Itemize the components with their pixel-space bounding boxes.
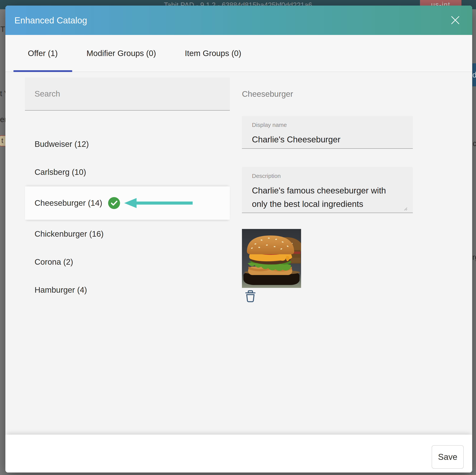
search-field bbox=[25, 77, 230, 111]
close-button[interactable] bbox=[450, 15, 461, 26]
list-item[interactable]: Hamburger (4) bbox=[25, 276, 230, 304]
offer-label: Hamburger (4) bbox=[34, 285, 87, 295]
dialog-title: Enhanced Catalog bbox=[14, 15, 87, 26]
active-tab-underline bbox=[14, 70, 72, 72]
resize-handle-icon[interactable] bbox=[403, 206, 408, 211]
cheeseburger-photo bbox=[242, 229, 301, 288]
list-item[interactable]: Chickenburger (16) bbox=[25, 220, 230, 248]
background-text-fragment: t V bbox=[0, 89, 5, 98]
dialog-tabs: Offer (1) Modifier Groups (0) Item Group… bbox=[5, 35, 472, 72]
offer-label: Corona (2) bbox=[34, 257, 73, 267]
offer-label: Budweiser (12) bbox=[34, 140, 89, 149]
list-item-selected[interactable]: Cheeseburger (14) bbox=[25, 186, 230, 220]
description-field[interactable]: Description Charlie's famous cheeseburge… bbox=[242, 167, 413, 213]
offer-list: Budweiser (12) Carlsberg (10) Cheeseburg… bbox=[25, 130, 230, 304]
tab-item-groups[interactable]: Item Groups (0) bbox=[170, 35, 255, 72]
offer-label: Chickenburger (16) bbox=[34, 229, 104, 239]
list-item[interactable]: Carlsberg (10) bbox=[25, 158, 230, 186]
dialog-footer: Save bbox=[5, 435, 472, 473]
background-text-fragment: en bbox=[0, 115, 5, 124]
delete-image-button[interactable] bbox=[244, 290, 256, 302]
background-text-fragment: Th bbox=[0, 25, 5, 33]
detail-heading: Cheeseburger bbox=[242, 89, 293, 99]
tab-label: Item Groups (0) bbox=[185, 49, 241, 58]
display-name-label: Display name bbox=[252, 122, 407, 128]
offer-label: Carlsberg (10) bbox=[34, 167, 86, 177]
tab-modifier-groups[interactable]: Modifier Groups (0) bbox=[72, 35, 170, 72]
enhanced-catalog-dialog: Enhanced Catalog Offer (1) Modifier Grou… bbox=[5, 6, 472, 473]
background-text-fragment: rg bbox=[472, 253, 476, 262]
tab-label: Modifier Groups (0) bbox=[86, 49, 156, 58]
search-input[interactable] bbox=[25, 77, 230, 110]
display-name-field[interactable]: Display name Charlie's Cheeseburger bbox=[242, 116, 413, 149]
tab-offer[interactable]: Offer (1) bbox=[14, 35, 72, 72]
list-item[interactable]: Budweiser (12) bbox=[25, 130, 230, 158]
page: Tabit PAD - 9.1.2 - 63884d815ba425bf0dd2… bbox=[0, 0, 476, 475]
background-text-fragment: c bbox=[473, 139, 476, 148]
tab-label: Offer (1) bbox=[28, 49, 58, 58]
trash-icon bbox=[244, 290, 256, 302]
save-button[interactable]: Save bbox=[432, 445, 464, 469]
display-name-value: Charlie's Cheeseburger bbox=[252, 133, 407, 146]
selected-check-icon bbox=[108, 197, 120, 209]
description-value: Charlie's famous cheeseburger with only … bbox=[252, 184, 400, 211]
description-label: Description bbox=[252, 173, 407, 179]
list-item[interactable]: Corona (2) bbox=[25, 248, 230, 276]
selection-arrow-icon bbox=[124, 198, 193, 208]
dialog-header: Enhanced Catalog bbox=[5, 6, 472, 35]
offer-label: Cheeseburger (14) bbox=[34, 198, 102, 208]
close-icon bbox=[450, 15, 461, 26]
background-button-fragment: d bbox=[472, 63, 476, 86]
